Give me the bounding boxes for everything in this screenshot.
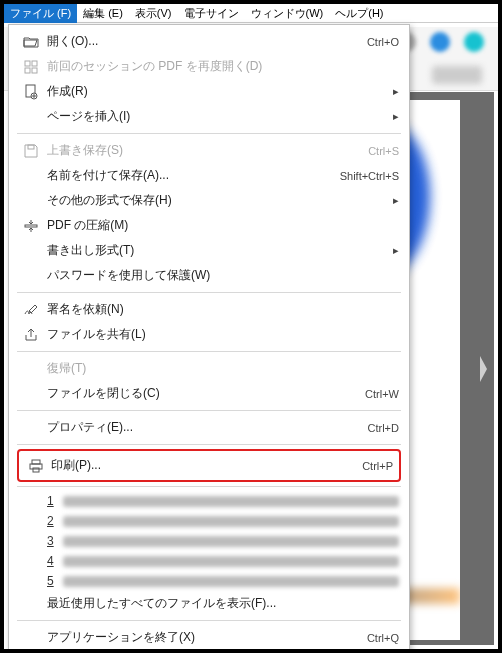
- menu-insert-page[interactable]: ページを挿入(I) ▸: [9, 104, 409, 129]
- menu-save-as-shortcut: Shift+Ctrl+S: [332, 170, 399, 182]
- svg-rect-4: [32, 68, 37, 73]
- svg-rect-3: [25, 68, 30, 73]
- menu-esign[interactable]: 電子サイン: [178, 4, 245, 23]
- menu-compress[interactable]: PDF の圧縮(M): [9, 213, 409, 238]
- recent-file-blur: [63, 496, 399, 507]
- menu-print-label: 印刷(P)...: [47, 457, 354, 474]
- file-menu-dropdown: 開く(O)... Ctrl+O 前回のセッションの PDF を再度開く(D) 作…: [8, 24, 410, 653]
- chevron-right-icon: ▸: [385, 85, 399, 98]
- menu-save-shortcut: Ctrl+S: [360, 145, 399, 157]
- menu-protect-label: パスワードを使用して保護(W): [19, 267, 399, 284]
- menu-share-file-label: ファイルを共有(L): [43, 326, 399, 343]
- menu-edit[interactable]: 編集 (E): [77, 4, 129, 23]
- signature-icon: [19, 302, 43, 318]
- recent-number: 3: [47, 534, 57, 548]
- menu-revert: 復帰(T): [9, 356, 409, 381]
- menu-reopen-label: 前回のセッションの PDF を再度開く(D): [43, 58, 399, 75]
- svg-rect-9: [32, 460, 40, 464]
- menu-help[interactable]: ヘルプ(H): [329, 4, 389, 23]
- menu-request-signature-label: 署名を依頼(N): [43, 301, 399, 318]
- menu-revert-label: 復帰(T): [19, 360, 399, 377]
- menu-recent-2[interactable]: 2: [9, 511, 409, 531]
- menu-close-file[interactable]: ファイルを閉じる(C) Ctrl+W: [9, 381, 409, 406]
- menu-print[interactable]: 印刷(P)... Ctrl+P: [17, 449, 401, 482]
- menu-separator: [17, 133, 401, 134]
- recent-number: 4: [47, 554, 57, 568]
- svg-rect-2: [32, 61, 37, 66]
- menu-reopen-session: 前回のセッションの PDF を再度開く(D): [9, 54, 409, 79]
- menu-compress-label: PDF の圧縮(M): [43, 217, 399, 234]
- menu-exit-label: アプリケーションを終了(X): [19, 629, 359, 646]
- recent-file-blur: [63, 576, 399, 587]
- toolbar-icon-2[interactable]: [430, 32, 450, 52]
- svg-rect-7: [28, 145, 34, 149]
- recent-file-blur: [63, 556, 399, 567]
- menu-recent-1[interactable]: 1: [9, 491, 409, 511]
- menu-share-file[interactable]: ファイルを共有(L): [9, 322, 409, 347]
- chevron-right-icon: ▸: [385, 244, 399, 257]
- menu-separator: [17, 410, 401, 411]
- menu-separator: [17, 351, 401, 352]
- reopen-icon: [19, 59, 43, 75]
- menu-print-shortcut: Ctrl+P: [354, 460, 393, 472]
- menu-separator: [17, 620, 401, 621]
- chevron-right-icon: ▸: [385, 110, 399, 123]
- svg-marker-0: [480, 356, 487, 382]
- menu-save-label: 上書き保存(S): [43, 142, 360, 159]
- recent-file-blur: [63, 536, 399, 547]
- menu-properties[interactable]: プロパティ(E)... Ctrl+D: [9, 415, 409, 440]
- menu-separator: [17, 444, 401, 445]
- menu-separator: [17, 486, 401, 487]
- menu-save-as-label: 名前を付けて保存(A)...: [19, 167, 332, 184]
- menu-open-shortcut: Ctrl+O: [359, 36, 399, 48]
- menu-export-label: 書き出し形式(T): [19, 242, 385, 259]
- menubar: ファイル (F) 編集 (E) 表示(V) 電子サイン ウィンドウ(W) ヘルプ…: [4, 4, 498, 23]
- menu-open-label: 開く(O)...: [43, 33, 359, 50]
- recent-number: 2: [47, 514, 57, 528]
- create-icon: [19, 84, 43, 100]
- menu-create[interactable]: 作成(R) ▸: [9, 79, 409, 104]
- menu-exit[interactable]: アプリケーションを終了(X) Ctrl+Q: [9, 625, 409, 650]
- menu-properties-label: プロパティ(E)...: [19, 419, 360, 436]
- svg-rect-8: [25, 225, 37, 227]
- menu-show-all-recent[interactable]: 最近使用したすべてのファイルを表示(F)...: [9, 591, 409, 616]
- toolbar-control[interactable]: [432, 66, 482, 84]
- menu-open[interactable]: 開く(O)... Ctrl+O: [9, 29, 409, 54]
- chevron-right-icon: ▸: [385, 194, 399, 207]
- menu-protect[interactable]: パスワードを使用して保護(W): [9, 263, 409, 288]
- folder-open-icon: [19, 34, 43, 50]
- page-next-arrow[interactable]: [478, 354, 488, 384]
- menu-properties-shortcut: Ctrl+D: [360, 422, 399, 434]
- menu-save-other[interactable]: その他の形式で保存(H) ▸: [9, 188, 409, 213]
- menu-show-all-recent-label: 最近使用したすべてのファイルを表示(F)...: [19, 595, 399, 612]
- menu-create-label: 作成(R): [43, 83, 385, 100]
- menu-separator: [17, 292, 401, 293]
- menu-recent-4[interactable]: 4: [9, 551, 409, 571]
- menu-window[interactable]: ウィンドウ(W): [245, 4, 330, 23]
- toolbar-icon-3[interactable]: [464, 32, 484, 52]
- share-icon: [19, 327, 43, 343]
- menu-save-other-label: その他の形式で保存(H): [19, 192, 385, 209]
- compress-icon: [19, 218, 43, 234]
- menu-view[interactable]: 表示(V): [129, 4, 178, 23]
- menu-save: 上書き保存(S) Ctrl+S: [9, 138, 409, 163]
- menu-exit-shortcut: Ctrl+Q: [359, 632, 399, 644]
- menu-close-shortcut: Ctrl+W: [357, 388, 399, 400]
- save-icon: [19, 143, 43, 159]
- print-icon: [25, 458, 47, 474]
- menu-request-signature[interactable]: 署名を依頼(N): [9, 297, 409, 322]
- menu-close-file-label: ファイルを閉じる(C): [19, 385, 357, 402]
- menu-save-as[interactable]: 名前を付けて保存(A)... Shift+Ctrl+S: [9, 163, 409, 188]
- recent-number: 1: [47, 494, 57, 508]
- recent-number: 5: [47, 574, 57, 588]
- menu-export[interactable]: 書き出し形式(T) ▸: [9, 238, 409, 263]
- menu-recent-3[interactable]: 3: [9, 531, 409, 551]
- svg-rect-1: [25, 61, 30, 66]
- menu-insert-page-label: ページを挿入(I): [19, 108, 385, 125]
- menu-recent-5[interactable]: 5: [9, 571, 409, 591]
- recent-file-blur: [63, 516, 399, 527]
- menu-file[interactable]: ファイル (F): [4, 4, 77, 23]
